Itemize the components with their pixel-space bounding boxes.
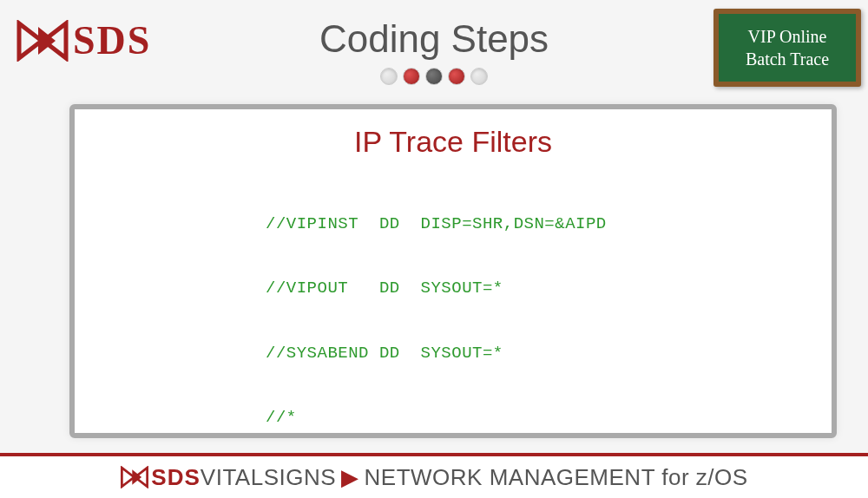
content-frame: IP Trace Filters //VIPINST DD DISP=SHR,D… bbox=[69, 104, 837, 438]
code-block: //VIPINST DD DISP=SHR,DSN=&AIPD //VIPOUT… bbox=[266, 171, 832, 438]
chalkboard: VIP Online Batch Trace bbox=[713, 9, 861, 87]
chalkboard-line2: Batch Trace bbox=[719, 48, 856, 70]
sds-logo-icon bbox=[120, 466, 149, 488]
footer-vitalsigns: VITALSIGNS bbox=[201, 464, 336, 491]
code-line: //VIPOUT DD SYSOUT=* bbox=[266, 278, 832, 299]
dot-3 bbox=[425, 68, 443, 85]
progress-dots bbox=[380, 68, 488, 85]
code-line: //SYSABEND DD SYSOUT=* bbox=[266, 343, 832, 364]
code-line: //VIPINST DD DISP=SHR,DSN=&AIPD bbox=[266, 213, 832, 235]
chalkboard-line1: VIP Online bbox=[719, 25, 856, 48]
sds-logo-icon bbox=[16, 20, 69, 62]
dot-2 bbox=[403, 68, 420, 85]
content-title: IP Trace Filters bbox=[75, 125, 832, 159]
logo: SDS bbox=[16, 17, 151, 63]
code-line: //* bbox=[266, 407, 832, 429]
header: SDS Coding Steps VIP Online Batch Trace bbox=[0, 0, 868, 87]
dot-5 bbox=[470, 68, 488, 85]
dot-1 bbox=[380, 68, 398, 85]
footer-rest: NETWORK MANAGEMENT for z/OS bbox=[365, 464, 748, 491]
footer-sds: SDS bbox=[151, 464, 200, 491]
dot-4 bbox=[448, 68, 465, 85]
play-icon: ▶ bbox=[341, 464, 359, 491]
page-title: Coding Steps bbox=[319, 17, 549, 61]
logo-text: SDS bbox=[73, 17, 151, 63]
footer: SDS VITALSIGNS ▶ NETWORK MANAGEMENT for … bbox=[0, 453, 868, 498]
